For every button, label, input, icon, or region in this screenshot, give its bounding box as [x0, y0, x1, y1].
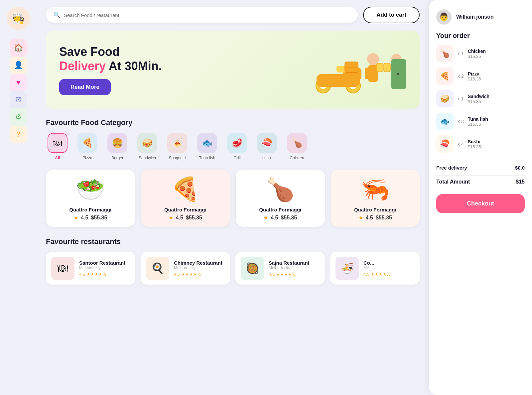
order-item-qty: x 2	[458, 73, 464, 79]
category-icon-wrap: 🥪	[137, 133, 157, 153]
food-card-3[interactable]: 🦐 Quattro Formaggi ★ 4.5 $55.35	[331, 170, 420, 227]
heart-icon[interactable]: ♥	[10, 74, 27, 91]
order-item-3: 🐟 x 3 Tuna fish $15.35	[436, 113, 525, 130]
food-rating: 4.5	[271, 215, 278, 221]
category-icon-wrap: 🍝	[167, 133, 187, 153]
total-label: Total Amount	[436, 179, 470, 185]
order-item-info: Chicken $15.35	[468, 49, 525, 59]
category-item-sandwich[interactable]: 🥪Sandwich	[136, 133, 159, 160]
category-item-burger[interactable]: 🍔Burger	[106, 133, 129, 160]
add-to-cart-button[interactable]: Add to cart	[363, 7, 420, 23]
hero-banner: Save Food Delivery At 30Min. Read More	[46, 31, 420, 109]
restaurant-card-0[interactable]: 🍽 Santoor Restaurant Melborn city 4.5 ★★…	[46, 252, 135, 285]
order-items-list: 🍗 x 1 Chicken $15.35 🍕 x 2 Pizza $15.35 …	[436, 45, 525, 158]
restaurant-card-3[interactable]: 🍜 Co... Me... 4.5 ★★★★½	[330, 252, 420, 285]
restaurant-card-1[interactable]: 🍳 Chimney Restaurant Melborn city 4.5 ★★…	[141, 252, 230, 285]
star-icon: ★	[73, 214, 78, 221]
order-item-price: $15.35	[468, 122, 525, 127]
restaurant-image: 🍳	[146, 257, 169, 280]
category-item-pizza[interactable]: 🍕Pizza	[76, 133, 99, 160]
restaurant-image: 🥘	[241, 257, 264, 280]
restaurant-info: Co... Me... 4.5 ★★★★½	[363, 260, 390, 277]
settings-icon[interactable]: ⚙	[10, 108, 27, 126]
order-item-image: 🍕	[436, 67, 454, 85]
category-item-sushi[interactable]: 🍣sushi	[255, 133, 279, 160]
home-icon[interactable]: 🏠	[10, 39, 27, 57]
order-item-qty: x 3	[458, 119, 464, 124]
order-item-2: 🥪 x 1 Sandwich $15.35	[436, 90, 525, 107]
restaurants-list: 🍽 Santoor Restaurant Melborn city 4.5 ★★…	[46, 252, 420, 285]
free-delivery-value: $0.0	[515, 165, 525, 171]
category-item-tuna-fish[interactable]: 🐟Tuna fish	[196, 133, 219, 160]
category-label: Pizza	[82, 156, 92, 160]
restaurant-rating: 4.5 ★★★★½	[363, 272, 390, 277]
category-item-grill[interactable]: 🥩Grill	[225, 133, 249, 160]
order-item-image: 🍣	[436, 135, 454, 153]
food-rating: 4.5	[81, 215, 88, 221]
food-card-name: Quattro Formaggi	[69, 207, 111, 212]
food-price: $55.35	[376, 215, 392, 221]
order-item-name: Chicken	[468, 49, 525, 54]
total-row: Total Amount $15	[436, 175, 525, 188]
star-icon: ★	[263, 214, 268, 221]
order-item-price: $15.35	[468, 144, 525, 149]
food-card-meta: ★ 4.5 $55.35	[73, 214, 107, 221]
category-label: Burger	[111, 156, 123, 160]
category-icon-wrap: 🐟	[197, 133, 217, 153]
category-label: Chicken	[290, 156, 304, 160]
order-item-name: Tuna fish	[468, 116, 525, 122]
food-price: $55.35	[186, 215, 202, 221]
category-item-spaguetti[interactable]: 🍝Spaguetti	[166, 133, 189, 160]
user-icon[interactable]: 👤	[10, 57, 27, 74]
read-more-button[interactable]: Read More	[59, 79, 111, 95]
help-icon[interactable]: ?	[10, 126, 27, 143]
order-item-name: Pizza	[468, 71, 525, 76]
restaurant-rating: 4.5 ★★★★½	[79, 272, 125, 277]
food-emoji: 🍕	[171, 176, 200, 203]
food-card-1[interactable]: 🍕 Quattro Formaggi ★ 4.5 $55.35	[141, 170, 230, 227]
order-item-0: 🍗 x 1 Chicken $15.35	[436, 45, 525, 62]
food-card-0[interactable]: 🥗 Quattro Formaggi ★ 4.5 $55.35	[46, 170, 135, 227]
food-emoji: 🍗	[266, 176, 295, 203]
category-item-chicken[interactable]: 🍗Chicken	[285, 133, 309, 160]
mail-icon[interactable]: ✉	[10, 91, 27, 108]
category-icon-wrap: 🍗	[287, 133, 307, 153]
order-item-price: $15.35	[468, 54, 525, 59]
order-item-info: Pizza $15.35	[468, 71, 525, 81]
restaurant-card-2[interactable]: 🥘 Sajna Restaurant Melborn city 4.5 ★★★★…	[235, 252, 325, 285]
category-label: Grill	[233, 156, 240, 160]
order-item-name: Sushi	[468, 139, 525, 144]
search-input-wrap[interactable]: 🔍	[46, 7, 358, 23]
order-item-price: $15.35	[468, 76, 525, 81]
order-item-image: 🍗	[436, 45, 454, 62]
checkout-button[interactable]: Checkout	[436, 194, 525, 213]
food-emoji: 🦐	[361, 176, 390, 203]
food-rating: 4.5	[176, 215, 183, 221]
order-item-qty: x 1	[458, 51, 464, 56]
search-bar-row: 🔍 Add to cart	[46, 7, 420, 23]
total-value: $15	[516, 179, 525, 185]
order-item-qty: x 4	[458, 141, 464, 147]
search-input[interactable]	[64, 12, 350, 18]
app-logo: 🧑‍🍳	[7, 7, 30, 30]
main-content: 🔍 Add to cart Save Food Delivery At 30Mi…	[37, 0, 429, 395]
star-icon: ★	[169, 214, 173, 221]
restaurant-name: Chimney Restaurant	[174, 260, 222, 266]
order-item-name: Sandwich	[468, 94, 525, 99]
restaurant-city: Melborn city	[269, 266, 310, 270]
hero-title: Save Food Delivery At 30Min.	[59, 45, 162, 73]
restaurant-name: Co...	[363, 260, 390, 266]
restaurant-info: Chimney Restaurant Melborn city 4.5 ★★★★…	[174, 260, 222, 277]
food-card-name: Quattro Formaggi	[354, 207, 396, 212]
order-item-qty: x 1	[458, 96, 464, 101]
food-card-2[interactable]: 🍗 Quattro Formaggi ★ 4.5 $55.35	[236, 170, 325, 227]
user-name: William jonson	[456, 14, 494, 20]
category-label: Spaguetti	[169, 156, 186, 160]
food-card-name: Quattro Formaggi	[259, 207, 301, 212]
sidebar: 🧑‍🍳 🏠👤♥✉⚙?	[0, 0, 37, 395]
restaurant-city: Melborn city	[79, 266, 125, 270]
user-avatar: 👨	[436, 9, 452, 25]
restaurant-image: 🍜	[335, 257, 359, 280]
food-card-meta: ★ 4.5 $55.35	[169, 214, 202, 221]
category-item-all[interactable]: 🍽All	[46, 133, 69, 160]
